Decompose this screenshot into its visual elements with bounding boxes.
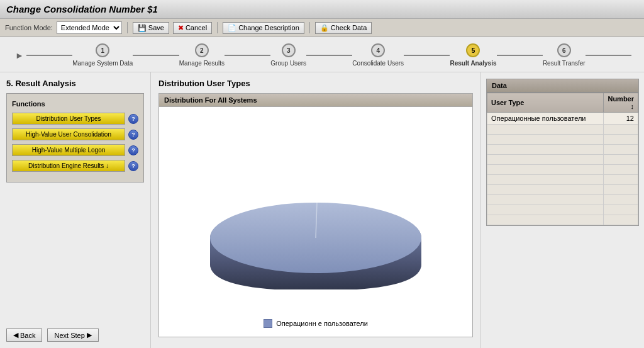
toolbar-separator-3: [309, 22, 310, 33]
back-arrow-icon: ◀: [13, 331, 18, 339]
col-resize-icon[interactable]: ↕: [631, 103, 635, 110]
function-row-3: High-Value Multiple Logon ?: [12, 144, 138, 156]
next-step-button[interactable]: Next Step ▶: [47, 328, 98, 342]
table-row: [487, 205, 638, 215]
title-bar: Change Consolidation Number $1: [0, 0, 644, 19]
cell-number: 12: [604, 113, 638, 125]
next-arrow-icon: ▶: [87, 331, 92, 339]
wizard-circle-3: 3: [282, 43, 296, 57]
col-header-number: Number ↕: [604, 93, 638, 113]
table-row: [487, 215, 638, 225]
wizard-label-2: Manage Results: [179, 60, 225, 67]
section-title: 5. Result Analysis: [6, 79, 144, 88]
toolbar-separator-1: [127, 22, 128, 33]
toolbar: Function Mode: Extended Mode 💾 Save ✖ Ca…: [0, 19, 644, 37]
wizard-line-0: [26, 55, 72, 56]
table-row: [487, 145, 638, 155]
wizard-line-2: [225, 55, 270, 56]
col-header-user-type: User Type: [487, 93, 604, 113]
table-row: [487, 135, 638, 145]
toolbar-separator-2: [217, 22, 218, 33]
pie-chart-svg: [196, 138, 435, 289]
chart-legend: Операционн е пользователи: [264, 314, 368, 330]
page-title: Change Consolidation Number $1: [6, 4, 158, 14]
wizard-step-5[interactable]: 5 Result Analysis: [450, 43, 496, 67]
help-icon-1[interactable]: ?: [128, 114, 138, 124]
table-row: [487, 195, 638, 205]
high-value-multiple-button[interactable]: High-Value Multiple Logon: [12, 144, 125, 156]
help-icon-3[interactable]: ?: [128, 145, 138, 155]
wizard-line-5: [497, 55, 543, 56]
center-panel-title: Distribution User Types: [158, 79, 473, 88]
chart-header: Distribution For All Systems: [159, 94, 472, 107]
data-box: Data User Type Number ↕ Операционные пол…: [486, 79, 639, 226]
chart-container: Distribution For All Systems: [158, 93, 473, 337]
data-box-title: Data: [487, 79, 638, 93]
wizard-step-3[interactable]: 3 Group Users: [270, 43, 306, 67]
table-row: [487, 175, 638, 185]
cell-user-type: Операционные пользователи: [487, 113, 604, 125]
legend-swatch-1: [264, 319, 272, 328]
wizard-step-2[interactable]: 2 Manage Results: [179, 43, 225, 67]
wizard-label-4: Consolidate Users: [352, 60, 404, 67]
function-row-1: Distribution User Types ?: [12, 113, 138, 125]
table-row: [487, 165, 638, 175]
dist-engine-results-button[interactable]: Distribution Engine Results ↓: [12, 160, 125, 172]
cancel-icon: ✖: [178, 24, 184, 32]
left-panel: 5. Result Analysis Functions Distributio…: [0, 72, 151, 348]
wizard-step-6[interactable]: 6 Result Transfer: [543, 43, 586, 67]
wizard-circle-5: 5: [466, 43, 480, 57]
save-icon: 💾: [138, 24, 147, 32]
function-mode-select[interactable]: Extended Mode: [57, 21, 122, 34]
pie-chart-area: [165, 113, 466, 314]
function-row-2: High-Value User Consolidation ?: [12, 128, 138, 140]
wizard-label-5: Result Analysis: [450, 60, 496, 67]
help-icon-2[interactable]: ?: [128, 130, 138, 140]
wizard-circle-2: 2: [195, 43, 209, 57]
table-row: [487, 125, 638, 135]
wizard-line-1: [133, 55, 179, 56]
wizard-line-3: [306, 55, 352, 56]
chart-body: Операционн е пользователи: [159, 107, 472, 337]
wizard-line-4: [404, 55, 450, 56]
functions-title: Functions: [12, 100, 138, 108]
check-data-button[interactable]: 🔒 Check Data: [315, 22, 372, 34]
main-content: 5. Result Analysis Functions Distributio…: [0, 72, 644, 348]
description-icon: 📄: [228, 24, 236, 32]
wizard-bar: ► 1 Manage System Data 2 Manage Results …: [0, 37, 644, 72]
save-button[interactable]: 💾 Save: [133, 22, 169, 34]
table-row: [487, 155, 638, 165]
wizard-circle-4: 4: [371, 43, 385, 57]
check-icon: 🔒: [320, 24, 329, 32]
function-mode-label: Function Mode:: [5, 24, 53, 31]
legend-label-1: Операционн е пользователи: [276, 320, 368, 327]
wizard-circle-6: 6: [557, 43, 571, 57]
wizard-label-6: Result Transfer: [543, 60, 586, 67]
table-row: Операционные пользователи 12: [487, 113, 638, 125]
change-description-button[interactable]: 📄 Change Description: [223, 22, 304, 34]
wizard-steps: ► 1 Manage System Data 2 Manage Results …: [13, 43, 631, 67]
wizard-line-6: [586, 55, 631, 56]
wizard-label-1: Manage System Data: [72, 60, 133, 67]
wizard-circle-1: 1: [96, 43, 109, 57]
nav-buttons: ◀ Back Next Step ▶: [6, 322, 144, 342]
table-row: [487, 185, 638, 195]
data-table: User Type Number ↕ Операционные пользова…: [487, 93, 638, 225]
high-value-consolidation-button[interactable]: High-Value User Consolidation: [12, 128, 125, 140]
wizard-step-1[interactable]: 1 Manage System Data: [72, 43, 133, 67]
center-panel: Distribution User Types Distribution For…: [151, 72, 480, 348]
functions-box: Functions Distribution User Types ? High…: [6, 93, 144, 182]
wizard-start-arrow: ►: [13, 50, 26, 60]
cancel-button[interactable]: ✖ Cancel: [173, 22, 212, 34]
wizard-label-3: Group Users: [270, 60, 306, 67]
wizard-step-4[interactable]: 4 Consolidate Users: [352, 43, 404, 67]
right-panel: Data User Type Number ↕ Операционные пол…: [480, 72, 644, 348]
back-button[interactable]: ◀ Back: [6, 328, 42, 342]
function-row-4: Distribution Engine Results ↓ ?: [12, 160, 138, 172]
help-icon-4[interactable]: ?: [128, 161, 138, 171]
dist-user-types-button[interactable]: Distribution User Types: [12, 113, 125, 125]
